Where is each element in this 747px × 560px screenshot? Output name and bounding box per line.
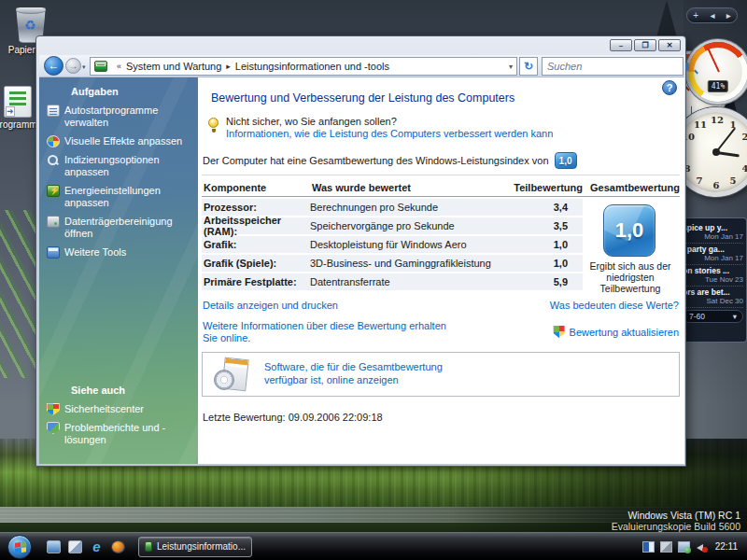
- help-icon[interactable]: ?: [662, 80, 677, 95]
- clock-numeral: 5: [727, 175, 739, 186]
- startup-programs-icon: [47, 105, 60, 117]
- performance-page-icon: [94, 61, 107, 72]
- last-rating-text: Letzte Bewertung: 09.09.2006 22:09:18: [203, 412, 383, 423]
- improve-performance-link[interactable]: Informationen, wie die Leistung des Comp…: [226, 128, 553, 139]
- score-meaning-link[interactable]: Was bedeuten diese Werte?: [550, 300, 679, 311]
- sidebar-item-label: Energieeinstellungen anpassen: [64, 185, 194, 209]
- control-panel-window: – ❐ ✕ ← → ▾ « System und Wartung ▸ Leist…: [35, 35, 686, 467]
- component-score: 3,5: [529, 220, 583, 231]
- indexing-options-icon: [47, 154, 60, 166]
- overall-score-badge: 1,0: [555, 152, 577, 169]
- tasks-header: Aufgaben: [71, 86, 198, 97]
- show-desktop-icon[interactable]: [47, 540, 61, 553]
- sidebar-item-label: Sicherheitscenter: [64, 403, 144, 415]
- base-score-caption: Ergibt sich aus der niedrigsten Teilbewe…: [588, 260, 672, 294]
- software-online-link[interactable]: Software, die für die Gesamtbewertung ve…: [264, 360, 443, 386]
- performance-window-icon: [145, 541, 152, 552]
- volume-muted-icon[interactable]: [696, 541, 708, 553]
- feed-item[interactable]: spice up y... Mon Jan 17: [683, 222, 743, 244]
- taskbar-clock[interactable]: 22:11: [715, 541, 738, 552]
- switch-windows-icon[interactable]: [68, 540, 82, 553]
- column-header-assessed: Was wurde bewertet: [312, 182, 512, 193]
- sidebar-item-disk-cleanup[interactable]: Datenträgerbereinigung öffnen: [47, 216, 194, 240]
- hint-question: Nicht sicher, wo Sie anfangen sollen?: [226, 116, 397, 127]
- software-link-line2: verfügbar ist, online anzeigen: [264, 373, 443, 386]
- taskbar-button-performance[interactable]: Leistungsinformatio...: [138, 537, 252, 557]
- component-name: Primäre Festplatte:: [202, 276, 310, 287]
- maximize-button[interactable]: ❐: [634, 39, 656, 51]
- feed-item-title: ors are bet...: [683, 287, 743, 297]
- breadcrumb-item-leistungsinformationen[interactable]: Leistungsinformationen und -tools: [235, 61, 389, 72]
- feed-item[interactable]: on stories ... Tue Nov 23: [683, 265, 743, 287]
- breadcrumb-separator-icon: ▸: [226, 62, 231, 71]
- cpu-usage-value: 41%: [708, 80, 728, 92]
- feed-item-title: l party ga...: [683, 245, 743, 254]
- sidebar-item-problem-reports[interactable]: Problemberichte und -lösungen: [47, 422, 194, 446]
- search-icon[interactable]: [685, 63, 689, 71]
- component-assessed: Berechnungen pro Sekunde: [310, 202, 529, 213]
- component-score: 1,0: [529, 239, 583, 250]
- back-button[interactable]: ←: [44, 56, 63, 76]
- close-button[interactable]: ✕: [658, 39, 681, 51]
- component-assessed: Datentransferrate: [310, 276, 529, 287]
- sidebar-controls[interactable]: + ◂ ▸: [686, 7, 738, 23]
- see-also-section: Siehe auch Sicherheitscenter Problemberi…: [39, 385, 198, 453]
- security-shield-icon: [47, 403, 60, 415]
- see-also-header: Siehe auch: [71, 385, 198, 396]
- details-print-link[interactable]: Details anzeigen und drucken: [203, 300, 338, 311]
- sidebar-item-autostart[interactable]: Autostartprogramme verwalten: [47, 105, 194, 129]
- sidebar-tray-icon[interactable]: [642, 541, 655, 553]
- breadcrumb[interactable]: « System und Wartung ▸ Leistungsinformat…: [90, 57, 517, 76]
- sidebar-item-label: Indizierungsoptionen anpassen: [64, 154, 194, 178]
- feed-item[interactable]: l party ga... Mon Jan 17: [683, 244, 743, 265]
- windows-tray-icon[interactable]: [660, 541, 672, 553]
- breadcrumb-overflow-icon[interactable]: «: [117, 62, 121, 71]
- sidebar-item-label: Visuelle Effekte anpassen: [64, 135, 182, 147]
- windows-flag-icon: [47, 135, 60, 147]
- sidebar-item-power-settings[interactable]: Energieeinstellungen anpassen: [47, 185, 194, 209]
- column-header-subscore: Teilbewertung: [512, 182, 586, 193]
- more-info-line2: Sie online.: [203, 332, 446, 344]
- feed-pager-dropdown[interactable]: 7-60 ▾: [683, 310, 743, 323]
- breadcrumb-item-system-und-wartung[interactable]: System und Wartung: [126, 61, 221, 72]
- feed-item-date: Mon Jan 17: [683, 254, 743, 262]
- refresh-button[interactable]: ↻: [519, 57, 538, 76]
- prev-page-button[interactable]: ◂: [710, 11, 714, 21]
- refresh-score-link[interactable]: Bewertung aktualisieren: [554, 326, 679, 338]
- add-gadget-button[interactable]: +: [693, 11, 698, 21]
- address-dropdown-icon[interactable]: ▾: [509, 63, 513, 71]
- sidebar-item-visual-effects[interactable]: Visuelle Effekte anpassen: [47, 135, 194, 147]
- component-name: Arbeitsspeicher (RAM):: [202, 215, 310, 237]
- internet-explorer-icon[interactable]: e: [90, 540, 104, 553]
- search-input[interactable]: [543, 61, 685, 72]
- system-tray: 22:11: [642, 541, 747, 553]
- window-titlebar[interactable]: – ❐ ✕: [36, 36, 685, 55]
- recent-pages-dropdown[interactable]: ▾: [82, 63, 86, 71]
- next-page-button[interactable]: ▸: [726, 11, 731, 21]
- clock-numeral: 6: [711, 180, 722, 190]
- software-online-box: Software, die für die Gesamtbewertung ve…: [202, 352, 680, 397]
- more-info-link[interactable]: Weitere Informationen über diese Bewertu…: [203, 320, 446, 344]
- uac-shield-icon: [554, 326, 565, 338]
- start-button[interactable]: [7, 535, 32, 559]
- programs-icon: [4, 86, 32, 118]
- quick-launch: e: [47, 540, 125, 553]
- network-icon[interactable]: [678, 541, 690, 553]
- media-player-icon[interactable]: [111, 540, 125, 553]
- windows-logo-icon: [15, 541, 26, 553]
- search-box[interactable]: [542, 57, 684, 76]
- sidebar-item-indexing[interactable]: Indizierungsoptionen anpassen: [47, 154, 194, 178]
- taskbar: e Leistungsinformatio... 22:11: [0, 532, 747, 560]
- software-box-icon: [214, 358, 251, 391]
- sidebar-item-security-center[interactable]: Sicherheitscenter: [47, 403, 194, 415]
- task-pane-spacer: [39, 265, 198, 385]
- component-name: Grafik (Spiele):: [202, 258, 310, 269]
- forward-button[interactable]: →: [65, 58, 81, 74]
- sidebar-item-more-tools[interactable]: Weitere Tools: [47, 246, 194, 259]
- sidebar-item-label: Datenträgerbereinigung öffnen: [64, 216, 194, 240]
- component-name: Grafik:: [202, 239, 310, 250]
- feed-gadget[interactable]: spice up y... Mon Jan 17 l party ga... M…: [678, 217, 747, 343]
- column-header-component: Komponente: [202, 182, 312, 193]
- minimize-button[interactable]: –: [610, 39, 632, 51]
- feed-item[interactable]: ors are bet... Sat Dec 30: [683, 287, 743, 308]
